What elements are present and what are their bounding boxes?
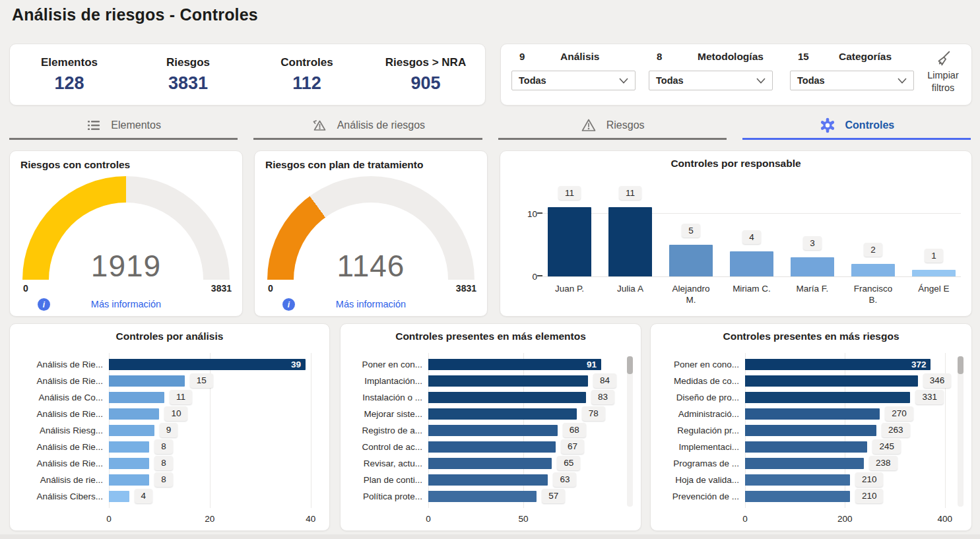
- bar-Programas de ...[interactable]: [745, 458, 864, 469]
- analisis-dropdown[interactable]: Todas: [511, 71, 636, 90]
- kpi-value: 3831: [168, 73, 208, 94]
- bar-Análisis de Rie...[interactable]: [109, 458, 149, 469]
- bar-Francisco B.[interactable]: [851, 264, 895, 276]
- bar-Registro de a...[interactable]: [428, 425, 558, 436]
- kpi-label: Elementos: [41, 56, 98, 69]
- kpi-summary-card: Elementos 128 Riesgos 3831 Controles 112…: [9, 44, 486, 106]
- bar-Análisis Cibers...[interactable]: [109, 491, 129, 502]
- x-axis: 0200400: [745, 510, 950, 524]
- list-icon: [86, 117, 102, 133]
- bar-row: Análisis de rie...8: [16, 472, 323, 488]
- column: 3: [791, 236, 834, 276]
- bar-Regulación pr...[interactable]: [745, 425, 876, 436]
- tab-riesgos[interactable]: Riesgos: [498, 112, 727, 140]
- y-axis-tick-label: 0: [520, 272, 537, 282]
- filter-group-analisis: 9 Análisis Todas: [511, 51, 636, 65]
- bar-track: 210: [745, 472, 950, 488]
- bar-Administració...[interactable]: [745, 408, 880, 420]
- bar-Plan de conti...[interactable]: [428, 474, 548, 486]
- bar-Instalación o ...[interactable]: [428, 392, 586, 403]
- tab-analisis-de-riesgos[interactable]: Análisis de riesgos: [253, 112, 482, 140]
- category-label: Diseño de pro...: [657, 393, 745, 402]
- bar-track: 78: [428, 406, 618, 422]
- bar-Juan P.[interactable]: [548, 207, 591, 276]
- bar-row: Poner en cono...372: [657, 356, 965, 373]
- filter-label: Metodologías: [698, 51, 764, 63]
- bar-Julia A[interactable]: [608, 207, 652, 276]
- tab-label: Controles: [845, 119, 895, 131]
- category-label: Política prote...: [347, 491, 428, 501]
- bar-Hoja de valida...[interactable]: [745, 474, 850, 486]
- category-label: Registro de a...: [347, 426, 428, 435]
- x-axis-tick-label: 400: [937, 514, 952, 524]
- more-info-link[interactable]: Más información: [255, 299, 487, 309]
- bar-Análisis Riesg...[interactable]: [109, 425, 154, 436]
- category-label: Revisar, actu...: [347, 459, 428, 468]
- metodologias-dropdown[interactable]: Todas: [649, 71, 773, 90]
- data-label: 270: [885, 406, 913, 421]
- magnifier-warning-icon: [311, 117, 328, 134]
- bar-Análisis de rie...[interactable]: [109, 474, 149, 486]
- bar-Diseño de pro...[interactable]: [745, 392, 910, 403]
- bar-track: 68: [428, 422, 618, 439]
- bar-Ángel E[interactable]: [912, 270, 956, 276]
- category-label: Análisis Riesg...: [16, 426, 109, 435]
- more-info-link[interactable]: Más información: [10, 299, 242, 309]
- bar-Análisis de Rie...[interactable]: [109, 441, 149, 453]
- gauge-hole: 1146: [294, 203, 448, 280]
- bar-Revisar, actu...[interactable]: [428, 458, 552, 469]
- bar-Análisis de Rie...[interactable]: [109, 375, 185, 387]
- bar-Análisis de Rie...[interactable]: [109, 408, 159, 420]
- bar-María F.[interactable]: [791, 257, 834, 276]
- clear-filters-button[interactable]: Limpiar filtros: [920, 49, 966, 100]
- filter-group-metodologias: 8 Metodologías Todas: [649, 51, 773, 65]
- dropdown-value: Todas: [656, 75, 684, 86]
- bar-row: Administració...270: [657, 406, 965, 422]
- data-label: 9: [160, 423, 178, 437]
- data-label: 10: [164, 406, 187, 421]
- kpi-elementos: Elementos 128: [10, 44, 129, 105]
- category-label: Medidas de co...: [657, 376, 745, 386]
- categorias-dropdown[interactable]: Todas: [790, 71, 914, 90]
- x-axis-tick-label: 0: [742, 514, 748, 524]
- category-label: Mejorar siste...: [347, 409, 428, 419]
- category-label: Prevención de ...: [657, 491, 745, 501]
- bar-Análisis de Co...[interactable]: [109, 392, 164, 403]
- data-label: 68: [563, 423, 586, 437]
- bar-track: 65: [428, 455, 618, 472]
- category-label: Implantación...: [347, 376, 428, 386]
- chevron-down-icon: [898, 78, 907, 84]
- data-label: 11: [170, 390, 192, 404]
- y-axis-tick: [537, 212, 542, 214]
- x-axis-tick-label: 40: [306, 514, 315, 524]
- bar-Medidas de co...[interactable]: [745, 375, 918, 387]
- gauge-card-riesgos-con-controles: Riesgos con controles 1919 0 3831 i Más …: [9, 150, 243, 317]
- bar-track: 9: [109, 422, 312, 439]
- bar-Implantación...[interactable]: [428, 375, 588, 387]
- bar-row: Análisis de Rie...8: [16, 439, 323, 455]
- bar-Miriam C.[interactable]: [730, 251, 773, 276]
- bar-row: Análisis Cibers...4: [16, 488, 323, 505]
- bar-Mejorar siste...[interactable]: [428, 408, 577, 420]
- data-label: 245: [872, 439, 901, 454]
- bar-rows: Poner en con...91Implantación...84Instal…: [347, 353, 634, 505]
- bar-Prevención de ...[interactable]: [745, 491, 850, 502]
- bar-Poner en con...[interactable]: 91: [428, 359, 601, 370]
- tab-controles[interactable]: Controles: [742, 112, 971, 140]
- data-label: 210: [855, 472, 884, 487]
- bar-row: Programas de ...238: [657, 455, 965, 472]
- bar-Poner en cono...[interactable]: 372: [745, 359, 931, 370]
- bar-Política prote...[interactable]: [428, 491, 537, 502]
- data-label: 84: [593, 373, 616, 388]
- bar-Implementaci...[interactable]: [745, 441, 867, 453]
- horizontal-scrollbar-track[interactable]: [0, 534, 980, 539]
- bar-Alejandro M.[interactable]: [669, 245, 713, 276]
- bar-Control de ac...[interactable]: [428, 441, 556, 453]
- tab-label: Análisis de riesgos: [337, 119, 425, 131]
- bar-track: 10: [109, 406, 312, 422]
- tab-elementos[interactable]: Elementos: [9, 112, 238, 140]
- bar-track: 83: [428, 389, 618, 406]
- warning-triangle-icon: [580, 117, 597, 134]
- bar-row: Implantación...84: [347, 373, 634, 389]
- bar-Análisis de Rie...[interactable]: 39: [109, 359, 306, 370]
